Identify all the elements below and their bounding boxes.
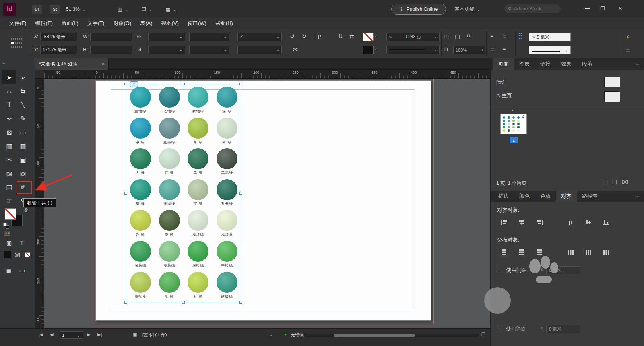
selection-handle[interactable] <box>182 83 185 85</box>
shear-dropdown[interactable]: ⌄ <box>237 46 282 54</box>
formatting-text-icon[interactable]: T <box>20 240 24 246</box>
fill-color-expander[interactable]: › <box>375 46 377 51</box>
tab-路径查[interactable]: 路径查 <box>577 191 603 202</box>
tab-链接[interactable]: 链接 <box>535 58 556 70</box>
menu-item-6[interactable]: 视图(V) <box>157 18 183 29</box>
stroke-color-expander[interactable]: › <box>375 33 377 38</box>
last-page-button[interactable]: ▶| <box>97 332 102 337</box>
first-page-button[interactable]: |◀ <box>39 332 43 337</box>
next-page-button[interactable]: ▶ <box>87 332 90 337</box>
align-bottom-button[interactable] <box>599 217 613 228</box>
stepper-icon[interactable]: ⇅ <box>389 35 392 39</box>
gap-tool[interactable]: ⇆ <box>16 84 30 98</box>
screen-mode-preview-icon[interactable]: ▭ <box>19 267 25 274</box>
align-left-button[interactable] <box>497 217 511 228</box>
rotate-cw-icon[interactable]: ↻ <box>302 33 307 39</box>
shear-angle-dropdown[interactable]: ⌄ <box>148 46 185 54</box>
apply-none-button[interactable] <box>25 252 30 257</box>
restore-button[interactable]: ❐ <box>597 3 609 14</box>
constrain-proportions-icon[interactable]: ∞ <box>137 33 141 39</box>
distribute-left-button[interactable] <box>564 247 578 257</box>
rotation-angle-dropdown[interactable]: ∠ ⌄ <box>237 33 282 41</box>
delete-page-icon[interactable]: ⌧ <box>622 179 628 185</box>
type-tool[interactable]: T <box>2 98 16 112</box>
stroke-color-well[interactable] <box>363 33 374 41</box>
collapse-panel-icon[interactable]: « <box>2 60 5 65</box>
direct-selection-tool[interactable]: ➢ <box>16 70 30 84</box>
scissors-tool[interactable]: ✂ <box>2 153 16 166</box>
arrange-documents-dropdown[interactable]: ▦ ⌄ <box>166 5 176 14</box>
use-spacing-checkbox-2[interactable] <box>497 326 502 331</box>
panel-menu-icon[interactable]: ≣ <box>636 61 640 67</box>
minimize-button[interactable]: — <box>581 3 593 14</box>
drop-shadow-icon[interactable]: ◳ <box>444 33 449 39</box>
panel-splitter-icon[interactable]: ▴ <box>512 108 513 112</box>
master-a-item[interactable]: A-主页 <box>496 92 512 99</box>
document-tab[interactable]: *未命名-1 @ 51% × <box>35 58 109 70</box>
screen-mode-dropdown[interactable]: ❐ ⌄ <box>142 5 152 14</box>
selection-handle[interactable] <box>239 83 242 85</box>
paragraph-style-icon[interactable]: ≣ <box>490 46 495 52</box>
new-page-icon[interactable]: ❏ <box>612 179 617 185</box>
tab-描边[interactable]: 描边 <box>493 191 514 202</box>
scale-y-dropdown[interactable]: ⌄ <box>189 33 229 41</box>
selection-handle[interactable] <box>124 83 127 85</box>
flip-vertical-icon[interactable]: ⇅ <box>338 33 343 39</box>
tab-段落[interactable]: 段落 <box>577 58 598 70</box>
gradient-swatch-tool[interactable]: ▨ <box>2 166 16 180</box>
width-field[interactable] <box>90 33 132 41</box>
rotate-ccw-icon[interactable]: ↺ <box>290 33 295 39</box>
publish-online-button[interactable]: ⇪ Publish Online <box>391 4 446 15</box>
menu-item-7[interactable]: 窗口(W) <box>183 18 211 29</box>
edit-page-size-icon[interactable]: ❐ <box>603 179 608 185</box>
object-style-icon[interactable]: ▢ <box>455 33 460 39</box>
distribute-right-button[interactable] <box>599 247 613 257</box>
stock-search-input[interactable] <box>514 6 554 12</box>
workspace-switcher[interactable]: 基本功能 ⌄ <box>455 5 480 14</box>
frame-tool[interactable]: ⊠ <box>2 125 16 139</box>
menu-item-5[interactable]: 表(A) <box>136 18 157 29</box>
tab-颜色[interactable]: 颜色 <box>514 191 535 202</box>
tab-对齐[interactable]: 对齐 <box>556 191 577 202</box>
flip-icons[interactable]: ⋈ <box>292 46 298 52</box>
opacity-icon[interactable]: ⊡ <box>444 46 448 52</box>
character-style-icon[interactable]: ≡ <box>502 46 506 52</box>
table-tool[interactable]: ▦ <box>2 139 16 153</box>
menu-item-2[interactable]: 版面(L) <box>57 18 83 29</box>
page[interactable]: ∞ 兰地绿老地绿新地绿深 绿中 绿宝墨绿草 绿翠 绿大 绿豆 绿黑 绿黑墨绿菊 … <box>95 80 431 321</box>
stepper-icon[interactable]: ⇅ <box>532 35 535 39</box>
close-tab-icon[interactable]: × <box>102 61 105 67</box>
selected-image-frame[interactable]: ∞ 兰地绿老地绿新地绿深 绿中 绿宝墨绿草 绿翠 绿大 绿豆 绿黑 绿黑墨绿菊 … <box>126 84 241 302</box>
formatting-container-icon[interactable]: ▣ <box>6 240 12 246</box>
distribute-top-button[interactable] <box>497 247 511 257</box>
stock-button[interactable]: St <box>50 5 60 14</box>
horizontal-scrollbar[interactable] <box>304 334 479 337</box>
tab-图层[interactable]: 图层 <box>514 58 535 70</box>
corner-radius-field[interactable]: ⇅ 5 毫米 <box>529 33 571 41</box>
use-spacing-checkbox[interactable] <box>497 267 502 272</box>
text-wrap-icon[interactable]: ≡ <box>490 33 493 39</box>
text-wrap-options-icon[interactable]: ≣ <box>502 33 507 39</box>
select-container-badge[interactable]: P <box>315 33 324 41</box>
effects-fx-button[interactable]: fx. <box>467 33 472 38</box>
height-field[interactable] <box>90 46 132 54</box>
grid-tool[interactable]: ▥ <box>16 139 30 153</box>
scale-percent-dropdown[interactable]: ⌄ <box>189 46 229 54</box>
tab-页面[interactable]: 页面 <box>493 58 514 70</box>
pen-tool[interactable]: ✒ <box>2 112 16 125</box>
swap-fill-stroke-icon[interactable]: ⇄ <box>23 207 29 213</box>
page-tool[interactable]: ▱ <box>2 84 16 98</box>
split-view-icon[interactable]: ❐ <box>481 332 485 337</box>
pencil-tool[interactable]: ✎ <box>16 112 30 125</box>
menu-item-3[interactable]: 文字(T) <box>83 18 109 29</box>
scrollbar-thumb[interactable] <box>334 334 415 337</box>
align-center-horizontal-button[interactable] <box>515 217 528 228</box>
chevron-down-icon[interactable]: ⌄ <box>269 332 272 337</box>
panel-menu-icon[interactable]: ≣ <box>625 48 630 53</box>
panel-menu-icon[interactable]: ≣ <box>636 193 640 199</box>
shear-icon[interactable]: ⊿ <box>137 46 142 52</box>
grid-snap-icon[interactable]: ⣿ <box>518 33 522 39</box>
view-options-dropdown[interactable]: ▥ ⌄ <box>118 5 128 14</box>
page-number-dropdown[interactable]: 1 ⌄ <box>60 331 83 339</box>
screen-mode-normal-icon[interactable]: ▣ <box>6 267 11 274</box>
